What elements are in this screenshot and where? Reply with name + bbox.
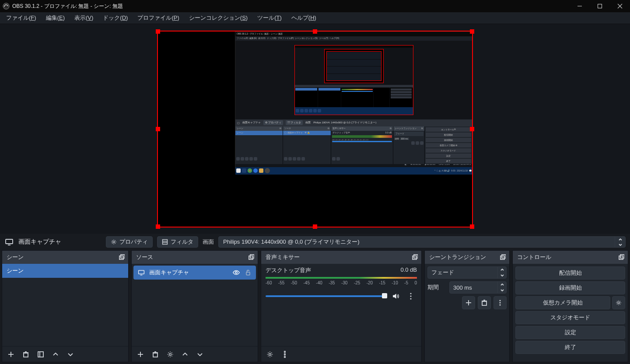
move-scene-down-button[interactable] [64,348,77,360]
menu-view[interactable]: 表示(V) [70,13,98,23]
move-source-up-button[interactable] [179,348,191,360]
mixer-dock-header[interactable]: 音声ミキサー [261,251,421,264]
source-info-bar: 画面キャプチャ プロパティ フィルタ 画面 Philips 190V4: 144… [0,234,630,250]
remove-transition-button[interactable] [478,296,491,309]
svg-rect-2 [598,4,602,8]
popout-icon[interactable] [411,253,419,261]
preview-selection-outline[interactable] [157,31,473,228]
preview-area[interactable]: OBS 30.1.2 - プロファイル: 無題 - シーン: 無題 ファイル(F… [0,24,630,234]
transition-menu-button[interactable] [494,296,507,309]
menu-docks[interactable]: ドック(D) [98,13,132,23]
move-source-down-button[interactable] [194,348,206,360]
resize-handle-ml[interactable] [156,127,160,131]
mixer-channel-menu[interactable] [405,290,417,302]
resize-handle-tr[interactable] [470,29,474,34]
popout-icon[interactable] [617,253,625,261]
display-capture-icon [138,269,145,276]
svg-rect-42 [502,255,506,258]
exit-button[interactable]: 終了 [515,341,625,354]
resize-handle-bc[interactable] [313,224,317,229]
source-properties-button[interactable] [164,348,176,360]
svg-rect-11 [119,256,123,259]
duration-input[interactable]: 300 ms [449,281,507,294]
screen-select-spinner[interactable] [615,237,625,247]
remove-scene-button[interactable] [20,348,32,360]
screen-field-label: 画面 [203,238,214,246]
menu-file[interactable]: ファイル(F) [2,13,41,23]
remove-source-button[interactable] [149,348,161,360]
resize-handle-bl[interactable] [156,224,160,229]
transition-select[interactable]: フェード [427,266,507,279]
studio-mode-button[interactable]: スタジオモード [515,311,625,324]
mixer-channel: デスクトップ音声 0.0 dB -60-55-50-45-40-35-30-25… [261,264,421,305]
svg-rect-52 [620,255,624,258]
menu-tools[interactable]: ツール(T) [253,13,286,23]
svg-point-0 [3,3,9,9]
sources-dock-header[interactable]: ソース [132,251,258,264]
resize-handle-tl[interactable] [156,29,160,34]
titlebar: OBS 30.1.2 - プロファイル: 無題 - シーン: 無題 [0,0,630,12]
popout-icon[interactable] [499,253,507,261]
svg-rect-33 [414,255,418,258]
menu-help[interactable]: ヘルプ(H) [287,13,321,23]
move-scene-up-button[interactable] [49,348,62,360]
svg-point-48 [499,300,500,301]
window-title: OBS 30.1.2 - プロファイル: 無題 - シーン: 無題 [12,3,123,10]
lock-toggle[interactable] [245,269,252,276]
preview-canvas[interactable]: OBS 30.1.2 - プロファイル: 無題 - シーン: 無題 ファイル(F… [157,31,473,228]
settings-button[interactable]: 設定 [515,326,625,339]
mixer-channel-db: 0.0 dB [400,266,417,274]
scene-filters-button[interactable] [35,348,47,360]
start-virtual-cam-button[interactable]: 仮想カメラ開始 [515,296,610,309]
properties-button[interactable]: プロパティ [106,236,153,248]
source-item[interactable]: 画面キャプチャ [133,266,256,280]
menu-edit[interactable]: 編集(E) [42,13,69,23]
scenes-dock-header[interactable]: シーン [2,251,128,264]
scenes-dock: シーン シーン [2,250,129,362]
controls-dock: コントロール 配信開始 録画開始 仮想カメラ開始 スタジオモード 設定 終了 [512,250,628,362]
audio-mixer-dock: 音声ミキサー デスクトップ音声 0.0 dB -60-55-50-45-40-3… [261,250,422,362]
filters-button[interactable]: フィルタ [157,236,198,248]
mixer-menu-button[interactable] [279,348,291,360]
obs-logo-icon [3,3,10,10]
screen-select[interactable]: Philips 190V4: 1440x900 @ 0,0 (プライマリモニター… [218,236,626,248]
minimize-button[interactable] [570,0,590,12]
scene-item[interactable]: シーン [2,264,128,278]
menu-profile[interactable]: プロファイル(P) [133,13,183,23]
svg-point-39 [284,354,285,355]
maximize-button[interactable] [590,0,610,12]
svg-point-24 [235,272,238,274]
svg-rect-25 [246,272,250,275]
svg-rect-18 [38,352,43,357]
mute-button[interactable] [391,291,401,301]
selected-source-name: 画面キャプチャ [18,238,102,246]
mixer-channel-name: デスクトップ音声 [266,266,311,274]
visibility-toggle[interactable] [232,269,240,276]
svg-point-37 [269,353,271,355]
controls-dock-header[interactable]: コントロール [513,251,628,264]
virtual-cam-settings-button[interactable] [612,296,625,309]
add-scene-button[interactable] [5,348,17,360]
svg-rect-15 [24,353,28,357]
close-button[interactable] [610,0,630,12]
resize-handle-br[interactable] [470,224,474,229]
svg-point-53 [618,302,620,304]
menu-scenes[interactable]: シーンコレクション(S) [185,13,252,23]
svg-point-36 [410,298,411,299]
svg-rect-45 [482,301,486,305]
svg-point-35 [410,295,411,297]
svg-rect-32 [413,256,416,259]
volume-slider[interactable] [266,295,387,297]
resize-handle-tc[interactable] [313,29,317,34]
add-transition-button[interactable] [462,296,475,309]
mixer-settings-button[interactable] [264,348,276,360]
svg-rect-12 [121,255,125,258]
resize-handle-mr[interactable] [470,127,474,131]
svg-point-40 [284,356,285,357]
start-recording-button[interactable]: 録画開始 [515,281,625,294]
add-source-button[interactable] [134,348,147,360]
start-streaming-button[interactable]: 配信開始 [515,266,625,280]
transitions-dock-header[interactable]: シーントランジション [425,251,509,264]
popout-icon[interactable] [247,253,255,261]
popout-icon[interactable] [118,253,126,261]
